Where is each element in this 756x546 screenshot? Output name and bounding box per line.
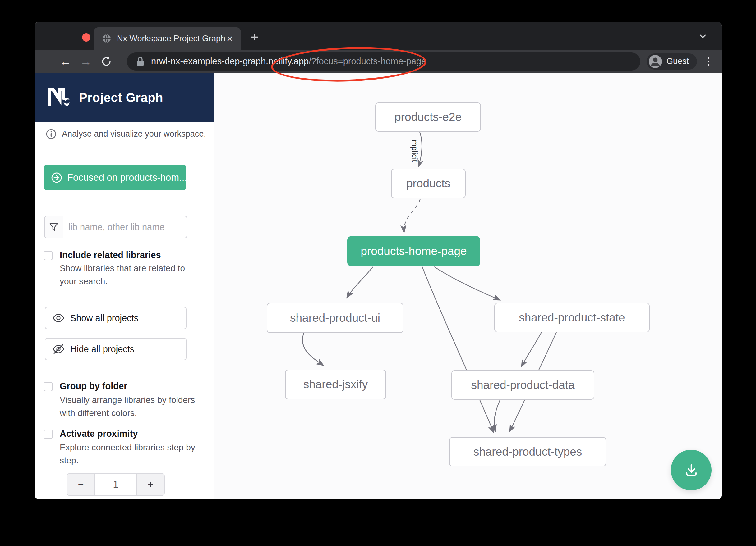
chevron-down-icon[interactable] (698, 31, 708, 42)
download-icon (683, 462, 700, 479)
graph-node-shared-jsxify[interactable]: shared-jsxify (285, 369, 386, 399)
include-related-description: Show libraries that are related to your … (60, 262, 200, 288)
filter-input[interactable] (63, 217, 187, 238)
group-by-folder-label: Group by folder (60, 381, 127, 391)
stepper-value: 1 (95, 474, 136, 495)
graph-node-shared-product-state[interactable]: shared-product-state (494, 303, 650, 332)
url-path: /?focus=products-home-page (309, 56, 426, 66)
hide-all-projects-button[interactable]: Hide all projects (45, 338, 187, 360)
graph-node-products-home-page[interactable]: products-home-page (347, 236, 480, 267)
focused-on-button[interactable]: Focused on products-hom... (44, 165, 186, 191)
eye-icon (52, 312, 65, 324)
close-window-button[interactable] (82, 33, 90, 42)
include-related-checkbox[interactable] (44, 251, 53, 260)
graph-node-products[interactable]: products (391, 169, 466, 198)
graph-canvas[interactable] (214, 73, 722, 499)
hide-all-projects-label: Hide all projects (70, 344, 134, 354)
tab-title: Nx Workspace Project Graph (117, 34, 225, 44)
avatar-icon (648, 55, 662, 68)
activate-proximity-checkbox[interactable] (44, 429, 53, 439)
stepper-decrement-button[interactable]: − (67, 474, 95, 495)
back-button[interactable]: ← (57, 56, 73, 67)
browser-toolbar: ← → nrwl-nx-examples-dep-graph.netlify.a… (35, 50, 722, 73)
reload-button[interactable] (98, 55, 114, 68)
tab-strip: Nx Workspace Project Graph × + (35, 22, 722, 50)
browser-tab[interactable]: Nx Workspace Project Graph × (94, 27, 241, 50)
url-text[interactable]: nrwl-nx-examples-dep-graph.netlify.app/?… (151, 56, 426, 67)
show-all-projects-label: Show all projects (70, 313, 138, 323)
forward-button[interactable]: → (78, 56, 94, 67)
graph-node-shared-product-ui[interactable]: shared-product-ui (267, 303, 403, 333)
globe-icon (102, 34, 111, 43)
sidebar: Project Graph Analyse and visualize your… (35, 73, 214, 499)
close-tab-icon[interactable]: × (225, 33, 234, 44)
lock-icon (136, 57, 144, 67)
arrow-circle-icon (51, 172, 62, 183)
profile-label: Guest (666, 57, 689, 66)
activate-proximity-label: Activate proximity (60, 429, 138, 439)
show-all-projects-button[interactable]: Show all projects (45, 307, 187, 329)
graph-node-shared-product-data[interactable]: shared-product-data (451, 370, 594, 400)
sidebar-header: Project Graph (35, 73, 214, 122)
filter-box (44, 216, 187, 238)
graph-node-products-e2e[interactable]: products-e2e (375, 103, 481, 132)
profile-button[interactable]: Guest (647, 53, 697, 70)
page-title: Project Graph (79, 91, 163, 105)
tagline: Analyse and visualize your workspace. (46, 129, 206, 139)
download-graph-button[interactable] (671, 450, 712, 490)
group-by-folder-checkbox[interactable] (44, 382, 53, 391)
focused-on-label: Focused on products-hom... (67, 172, 187, 183)
include-related-label: Include related libraries (60, 250, 161, 260)
new-tab-button[interactable]: + (251, 29, 259, 45)
stepper-increment-button[interactable]: + (136, 474, 164, 495)
graph-node-shared-product-types[interactable]: shared-product-types (449, 437, 606, 466)
info-icon (46, 129, 56, 139)
group-by-folder-description: Visually arrange libraries by folders wi… (60, 393, 200, 420)
url-domain: nrwl-nx-examples-dep-graph.netlify.app (151, 56, 309, 66)
tagline-text: Analyse and visualize your workspace. (62, 129, 206, 139)
browser-menu-icon[interactable]: ⋮ (704, 58, 714, 64)
address-bar[interactable]: nrwl-nx-examples-dep-graph.netlify.app/?… (127, 53, 640, 71)
eye-off-icon (52, 343, 65, 355)
filter-icon (45, 217, 63, 238)
proximity-stepper: − 1 + (67, 473, 165, 496)
activate-proximity-description: Explore connected libraries step by step… (60, 441, 200, 467)
nx-logo (48, 88, 71, 107)
